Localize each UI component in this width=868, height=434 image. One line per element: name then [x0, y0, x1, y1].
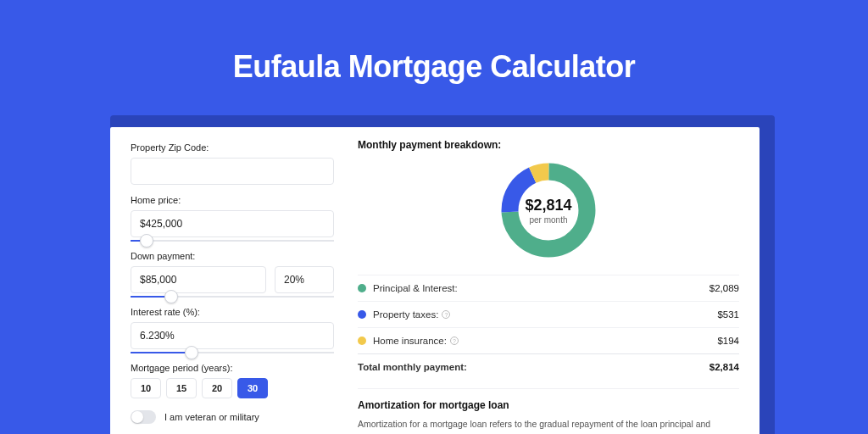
info-icon[interactable]: ?	[450, 337, 459, 345]
total-label: Total monthly payment:	[358, 362, 709, 372]
breakdown-label: Home insurance: ?	[373, 336, 717, 346]
breakdown-title: Monthly payment breakdown:	[358, 139, 739, 151]
breakdown-label: Principal & Interest:	[373, 283, 709, 293]
payment-donut-chart: $2,814 per month	[498, 159, 599, 261]
period-option-15[interactable]: 15	[166, 378, 197, 398]
legend-dot-yellow	[358, 337, 366, 345]
info-icon[interactable]: ?	[442, 310, 450, 319]
down-payment-amount-input[interactable]	[131, 266, 266, 293]
donut-amount: $2,814	[525, 197, 571, 214]
page-title: Eufaula Mortgage Calculator	[0, 0, 868, 108]
interest-rate-label: Interest rate (%):	[131, 307, 334, 317]
interest-rate-slider[interactable]	[131, 348, 334, 359]
amortization-title: Amortization for mortgage loan	[358, 399, 739, 411]
down-payment-percent-input[interactable]	[275, 266, 334, 293]
period-options: 10 15 20 30	[131, 378, 334, 398]
input-panel: Property Zip Code: Home price: Down paym…	[131, 139, 334, 434]
breakdown-label: Property taxes: ?	[373, 309, 717, 320]
veteran-toggle[interactable]	[131, 410, 156, 424]
interest-rate-input[interactable]	[131, 322, 334, 349]
down-payment-label: Down payment:	[131, 251, 334, 261]
donut-caption: per month	[529, 215, 567, 225]
breakdown-row-taxes: Property taxes: ? $531	[358, 301, 739, 327]
down-payment-slider[interactable]	[131, 292, 334, 303]
breakdown-value: $2,089	[709, 283, 739, 293]
breakdown-row-insurance: Home insurance: ? $194	[358, 327, 739, 353]
breakdown-row-total: Total monthly payment: $2,814	[358, 353, 739, 380]
amortization-text: Amortization for a mortgage loan refers …	[358, 418, 739, 434]
results-panel: Monthly payment breakdown: $2,814 per mo…	[358, 139, 739, 434]
period-option-20[interactable]: 20	[202, 378, 232, 398]
legend-dot-blue	[358, 310, 366, 319]
legend-dot-green	[358, 284, 366, 292]
breakdown-value: $531	[717, 309, 739, 320]
zip-label: Property Zip Code:	[131, 142, 334, 153]
total-value: $2,814	[709, 362, 739, 372]
amortization-section: Amortization for mortgage loan Amortizat…	[358, 388, 739, 434]
period-label: Mortgage period (years):	[131, 363, 334, 373]
home-price-slider[interactable]	[131, 236, 334, 248]
period-option-10[interactable]: 10	[131, 378, 161, 398]
veteran-label: I am veteran or military	[164, 412, 259, 422]
breakdown-row-principal: Principal & Interest: $2,089	[358, 275, 739, 301]
calculator-card: Property Zip Code: Home price: Down paym…	[110, 127, 760, 434]
breakdown-value: $194	[717, 336, 739, 346]
home-price-label: Home price:	[131, 195, 334, 205]
home-price-input[interactable]	[131, 210, 334, 237]
zip-input[interactable]	[131, 158, 334, 185]
period-option-30[interactable]: 30	[237, 378, 268, 398]
